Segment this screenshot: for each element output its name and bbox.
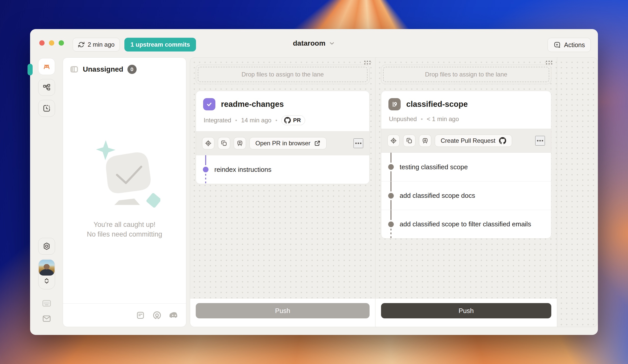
push-button[interactable]: Push — [196, 303, 370, 318]
lane-canvas — [557, 58, 597, 327]
upstream-commits-label: 1 upstream commits — [130, 41, 190, 48]
branch-meta: Unpushed • < 1 min ago — [388, 115, 544, 123]
sidebar-item-branches[interactable] — [38, 79, 55, 96]
branch-card-header: readme-changes Integrated • 14 min ago • — [196, 91, 369, 131]
add-dependent-branch-icon[interactable] — [234, 137, 246, 149]
commit-row[interactable]: reindex instructions — [196, 155, 369, 184]
sync-arrows-icon — [78, 41, 85, 48]
commit-row[interactable]: add classified scope to filter classifie… — [381, 210, 551, 238]
drawer-handle[interactable] — [28, 64, 33, 75]
local-branch-icon — [388, 98, 401, 110]
push-button[interactable]: Push — [381, 303, 551, 318]
commit-message: add classified scope to filter classifie… — [400, 220, 531, 228]
branch-name[interactable]: readme-changes — [221, 100, 284, 109]
workspace-table-icon — [42, 62, 51, 71]
lane-footer: Push — [190, 298, 375, 327]
branch-status: Unpushed — [389, 115, 417, 123]
fetch-status-button[interactable]: 2 min ago — [73, 38, 120, 51]
changelog-icon[interactable] — [136, 311, 145, 320]
branch-card-classified-scope: classified-scope Unpushed • < 1 min ago — [381, 91, 551, 239]
copy-branch-icon[interactable] — [403, 135, 415, 147]
close-window-button[interactable] — [39, 40, 45, 46]
settings-button[interactable] — [38, 238, 55, 255]
commit-row[interactable]: add classified scope docs — [381, 181, 551, 210]
traffic-lights — [39, 40, 64, 46]
commit-message: reindex instructions — [214, 166, 271, 174]
lane-classified-scope: Drop files to assign to the lane — [375, 58, 557, 327]
pr-badge[interactable]: PR — [281, 115, 305, 125]
branches-icon — [42, 83, 51, 92]
target-commit-icon[interactable] — [387, 135, 400, 147]
branch-name[interactable]: classified-scope — [406, 100, 468, 109]
profile-switcher-chevrons-icon — [38, 277, 55, 285]
create-pr-button[interactable]: Create Pull Request — [435, 135, 512, 147]
open-pr-label: Open PR in browser — [255, 140, 310, 147]
minimize-window-button[interactable] — [49, 40, 54, 46]
mail-feedback-button[interactable] — [42, 315, 51, 323]
fetch-time-label: 2 min ago — [88, 41, 114, 48]
unassigned-title: Unassigned — [83, 65, 123, 73]
unassigned-count-badge: 0 — [127, 65, 137, 74]
commit-list: testing classified scope add classified … — [381, 153, 551, 238]
add-dependent-branch-icon[interactable] — [419, 135, 431, 147]
commit-dot-icon — [388, 164, 394, 170]
drag-dots-icon[interactable] — [364, 61, 371, 64]
drop-zone: Drop files to assign to the lane — [381, 65, 551, 84]
empty-state-illustration — [89, 137, 160, 213]
discord-icon[interactable] — [169, 311, 179, 319]
sidebar-item-history[interactable] — [38, 100, 55, 117]
github-icon — [499, 137, 506, 144]
branch-status: Integrated — [204, 117, 231, 124]
empty-state: You're all caught up! No files need comm… — [63, 137, 186, 239]
history-clock-icon — [42, 104, 51, 113]
lane-canvas: Drop files to assign to the lane readme-… — [190, 58, 375, 298]
commit-row[interactable]: testing classified scope — [381, 153, 551, 181]
profile-switcher[interactable] — [38, 259, 55, 289]
branch-menu-ellipsis-icon[interactable] — [535, 136, 545, 146]
open-pr-button[interactable]: Open PR in browser — [250, 137, 326, 149]
project-name: dataroom — [293, 39, 325, 47]
external-link-icon — [314, 140, 321, 147]
unassigned-panel: Unassigned 0 You're all caught up! No fi… — [63, 57, 186, 327]
avatar[interactable] — [39, 260, 55, 276]
commit-list: reindex instructions — [196, 155, 369, 184]
branch-time: < 1 min ago — [427, 115, 459, 123]
lanes-board: Drop files to assign to the lane readme-… — [190, 57, 598, 327]
branch-time: 14 min ago — [241, 117, 271, 124]
empty-state-line2: No files need committing — [63, 229, 186, 239]
branch-toolbar: Create Pull Request — [381, 129, 551, 153]
branch-menu-ellipsis-icon[interactable] — [354, 138, 363, 148]
settings-gear-icon — [42, 242, 51, 251]
unassigned-header: Unassigned 0 — [63, 58, 186, 81]
lane-stub — [557, 58, 597, 327]
chevron-down-icon — [329, 40, 335, 47]
commit-message: add classified scope docs — [400, 192, 475, 200]
upstream-commits-button[interactable]: 1 upstream commits — [124, 38, 196, 51]
open-source-icon[interactable] — [152, 311, 162, 320]
keyboard-shortcuts-button[interactable] — [42, 300, 51, 307]
create-pr-label: Create Pull Request — [441, 137, 495, 144]
commit-dot-icon — [388, 222, 394, 227]
drag-dots-icon[interactable] — [546, 61, 552, 64]
actions-button[interactable]: Actions — [547, 38, 591, 52]
project-selector[interactable]: dataroom — [293, 39, 335, 47]
target-commit-icon[interactable] — [202, 137, 214, 149]
branch-toolbar: Open PR in browser — [196, 131, 369, 155]
lane-footer: Push — [375, 298, 557, 327]
copy-branch-icon[interactable] — [218, 137, 230, 149]
pr-badge-label: PR — [293, 117, 301, 124]
branch-meta: Integrated • 14 min ago • PR — [203, 115, 362, 125]
zoom-window-button[interactable] — [59, 40, 64, 46]
gitbutler-window: 2 min ago 1 upstream commits dataroom Ac… — [30, 29, 598, 335]
branch-card-header: classified-scope Unpushed • < 1 min ago — [381, 91, 551, 129]
drop-zone-hint: Drop files to assign to the lane — [198, 67, 368, 82]
sidebar-item-workspace[interactable] — [38, 58, 55, 75]
split-panel-icon — [70, 65, 79, 74]
unassigned-footer — [63, 303, 186, 327]
lane-canvas: Drop files to assign to the lane — [375, 58, 557, 298]
drop-zone-hint: Drop files to assign to the lane — [383, 67, 549, 82]
lane-readme-changes: Drop files to assign to the lane readme-… — [190, 58, 375, 327]
drop-zone: Drop files to assign to the lane — [196, 65, 370, 84]
actions-label: Actions — [564, 41, 585, 49]
branch-card-readme-changes: readme-changes Integrated • 14 min ago • — [196, 91, 370, 184]
